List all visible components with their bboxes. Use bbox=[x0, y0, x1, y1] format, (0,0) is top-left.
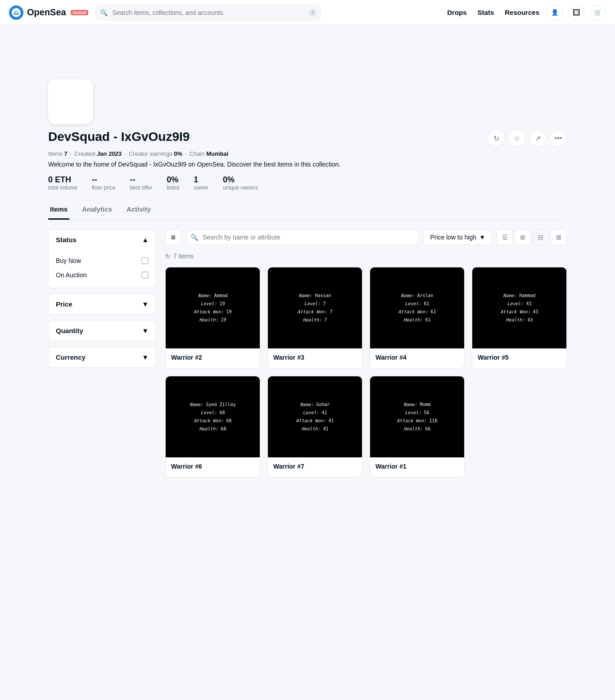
more-options-btn[interactable]: ••• bbox=[550, 130, 567, 147]
sort-label: Price low to high bbox=[430, 234, 476, 241]
collection-meta: Items 7 · Created Jan 2023 · Creator ear… bbox=[48, 150, 567, 157]
nft-image-text: Name: AmmadLevel: 19Attack Won: 19Health… bbox=[190, 288, 235, 328]
currency-label: Currency bbox=[56, 353, 86, 361]
collection-tabs: Items Analytics Activity bbox=[48, 200, 567, 220]
nft-card-warrior-3[interactable]: Name: HassanLevel: 7Attack Won: 7Health:… bbox=[267, 267, 362, 369]
view-grid4-btn[interactable]: ⊠ bbox=[551, 229, 567, 245]
refresh-collection-btn[interactable]: ↻ bbox=[488, 130, 505, 147]
cart-button[interactable]: 🛒 bbox=[590, 5, 606, 21]
stat-floor-price: -- floor price bbox=[92, 175, 116, 191]
search-shortcut: / bbox=[309, 9, 316, 16]
sort-chevron-icon: ▼ bbox=[479, 234, 485, 241]
status-label: Status bbox=[56, 236, 77, 244]
logo[interactable]: OpenSea testnet bbox=[9, 5, 88, 20]
nft-grid: Name: AmmadLevel: 19Attack Won: 19Health… bbox=[165, 267, 567, 478]
nft-info: Warrior #1 bbox=[370, 457, 464, 477]
earnings-label: Creator earnings 0% bbox=[129, 150, 182, 157]
buy-now-label: Buy Now bbox=[56, 257, 81, 264]
nft-card-warrior-2[interactable]: Name: AmmadLevel: 19Attack Won: 19Health… bbox=[165, 267, 260, 369]
nft-image: Name: GoharLevel: 41Attack Won: 41Health… bbox=[268, 376, 362, 457]
view-grid3-btn[interactable]: ⊟ bbox=[533, 229, 549, 245]
nft-info: Warrior #6 bbox=[166, 457, 260, 477]
nav-stats[interactable]: Stats bbox=[478, 9, 494, 16]
chain-label: Chain Mumbai bbox=[190, 150, 229, 157]
nft-image-text: Name: GoharLevel: 41Attack Won: 41Health… bbox=[292, 397, 337, 437]
favorite-btn[interactable]: ☆ bbox=[508, 130, 525, 147]
quantity-label: Quantity bbox=[56, 327, 83, 334]
quantity-section-header[interactable]: Quantity ▼ bbox=[49, 321, 156, 341]
currency-section-header[interactable]: Currency ▼ bbox=[49, 347, 156, 367]
nft-card-warrior-7[interactable]: Name: GoharLevel: 41Attack Won: 41Health… bbox=[267, 376, 362, 478]
nft-info: Warrior #5 bbox=[472, 348, 566, 368]
tab-items[interactable]: Items bbox=[48, 200, 69, 220]
nft-name: Warrior #2 bbox=[171, 354, 254, 361]
collection-title: DevSquad - IxGvOuz9I9 bbox=[48, 130, 190, 144]
search-bar: 🔍 / bbox=[95, 5, 321, 20]
buy-now-checkbox[interactable] bbox=[141, 257, 149, 264]
filter-section-status: Status ▲ Buy Now On Auction bbox=[48, 229, 156, 288]
nft-image: Name: ArslanLevel: 61Attack Won: 61Healt… bbox=[370, 267, 464, 348]
status-section-header[interactable]: Status ▲ bbox=[49, 230, 156, 250]
price-label: Price bbox=[56, 300, 72, 308]
filter-toggle-button[interactable]: ⚙ bbox=[165, 229, 181, 245]
view-grid2-btn[interactable]: ⊞ bbox=[515, 229, 531, 245]
nft-info: Warrior #2 bbox=[166, 348, 260, 368]
collection-actions: ↻ ☆ ↗ ••• bbox=[488, 130, 567, 147]
on-auction-checkbox[interactable] bbox=[141, 271, 149, 279]
grid-search-icon: 🔍 bbox=[190, 234, 198, 241]
currency-chevron-icon: ▼ bbox=[142, 353, 149, 361]
nft-image-text: Name: HassanLevel: 7Attack Won: 7Health:… bbox=[294, 288, 336, 328]
items-count-label: Items 7 bbox=[48, 150, 68, 157]
stat-listed: 0% listed bbox=[167, 175, 179, 191]
collection-logo bbox=[48, 79, 93, 124]
items-count-text: 7 items bbox=[173, 253, 194, 260]
nav-drops[interactable]: Drops bbox=[447, 9, 466, 16]
nft-image-text: Name: Syed ZillayLevel: 68Attack Won: 68… bbox=[186, 397, 239, 437]
view-buttons: ☰ ⊞ ⊟ ⊠ bbox=[497, 229, 567, 245]
nft-info: Warrior #3 bbox=[268, 348, 362, 368]
collection-area: DevSquad - IxGvOuz9I9 ↻ ☆ ↗ ••• Items 7 … bbox=[37, 79, 578, 478]
logo-text: OpenSea bbox=[27, 7, 66, 18]
stat-owner: 1 owner bbox=[194, 175, 208, 191]
sort-dropdown[interactable]: Price low to high ▼ bbox=[423, 230, 492, 245]
header: OpenSea testnet 🔍 / Drops Stats Resource… bbox=[0, 0, 615, 25]
status-section-body: Buy Now On Auction bbox=[49, 250, 156, 288]
tab-analytics[interactable]: Analytics bbox=[80, 200, 114, 220]
nft-card-warrior-6[interactable]: Name: Syed ZillayLevel: 68Attack Won: 68… bbox=[165, 376, 260, 478]
filter-on-auction: On Auction bbox=[56, 268, 149, 282]
nft-card-warrior-1[interactable]: Name: MommLevel: 56Attack Won: 116Health… bbox=[370, 376, 465, 478]
nft-image: Name: HassanLevel: 7Attack Won: 7Health:… bbox=[268, 267, 362, 348]
profile-button[interactable]: 👤 bbox=[547, 5, 563, 21]
stat-best-offer: -- best offer bbox=[130, 175, 152, 191]
grid-search-input[interactable] bbox=[186, 230, 419, 245]
nft-info: Warrior #7 bbox=[268, 457, 362, 477]
logo-badge: testnet bbox=[71, 10, 89, 15]
view-list-btn[interactable]: ☰ bbox=[497, 229, 513, 245]
nft-name: Warrior #6 bbox=[171, 463, 254, 470]
refresh-button[interactable]: ↻ bbox=[165, 253, 171, 260]
nft-card-warrior-5[interactable]: Name: HammadLevel: 43Attack Won: 43Healt… bbox=[472, 267, 567, 369]
tab-activity[interactable]: Activity bbox=[125, 200, 153, 220]
share-btn[interactable]: ↗ bbox=[529, 130, 546, 147]
logo-icon bbox=[9, 5, 23, 20]
filter-buy-now: Buy Now bbox=[56, 253, 149, 268]
grid-toolbar: ⚙ 🔍 Price low to high ▼ ☰ ⊞ ⊟ ⊠ bbox=[165, 229, 567, 245]
search-icon: 🔍 bbox=[100, 9, 108, 16]
nft-image: Name: HammadLevel: 43Attack Won: 43Healt… bbox=[472, 267, 566, 348]
nft-image-text: Name: MommLevel: 56Attack Won: 116Health… bbox=[393, 397, 441, 437]
nft-name: Warrior #4 bbox=[375, 354, 459, 361]
nft-info: Warrior #4 bbox=[370, 348, 464, 368]
price-section-header[interactable]: Price ▼ bbox=[49, 294, 156, 314]
nav-resources[interactable]: Resources bbox=[505, 9, 539, 16]
nft-image-text: Name: ArslanLevel: 61Attack Won: 61Healt… bbox=[394, 288, 439, 328]
nft-card-warrior-4[interactable]: Name: ArslanLevel: 61Attack Won: 61Healt… bbox=[370, 267, 465, 369]
stats-row: 0 ETH total volume -- floor price -- bes… bbox=[48, 175, 567, 191]
search-input[interactable] bbox=[95, 5, 321, 20]
wallet-button[interactable]: 🔲 bbox=[568, 5, 584, 21]
nft-image: Name: MommLevel: 56Attack Won: 116Health… bbox=[370, 376, 464, 457]
collection-header-row: DevSquad - IxGvOuz9I9 ↻ ☆ ↗ ••• bbox=[48, 130, 567, 147]
stat-total-volume: 0 ETH total volume bbox=[48, 175, 77, 191]
filter-section-price: Price ▼ bbox=[48, 294, 156, 315]
collection-logo-wrap bbox=[48, 79, 567, 124]
filter-section-quantity: Quantity ▼ bbox=[48, 320, 156, 341]
